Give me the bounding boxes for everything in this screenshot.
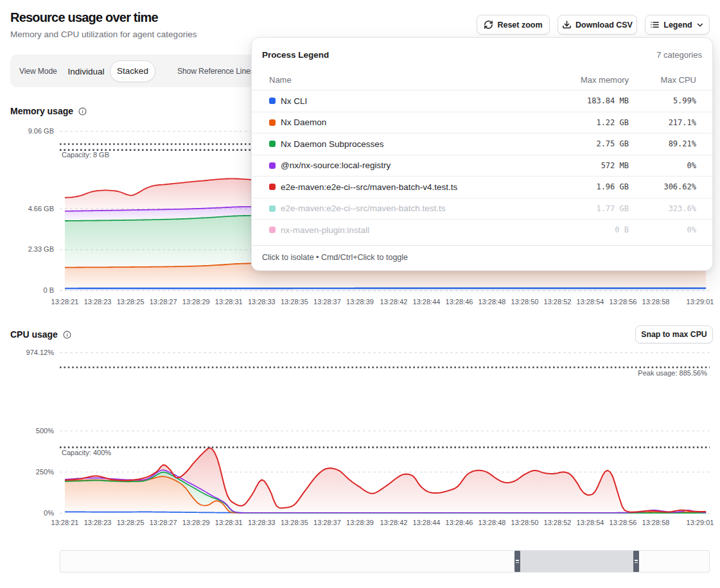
- legend-row[interactable]: Nx Daemon1.22 GB217.1%: [252, 112, 712, 134]
- series-name: Nx CLI: [281, 96, 307, 106]
- cpu-section-header: CPU usage: [10, 329, 71, 340]
- x-tick-label: 13:28:27: [150, 519, 177, 526]
- series-max-cpu: 89.21%: [629, 139, 696, 148]
- cpu-usage-title: CPU usage: [10, 329, 58, 340]
- series-max-cpu: 5.99%: [629, 96, 696, 105]
- y-tick-label: 974.12%: [26, 349, 55, 356]
- list-icon: [650, 20, 660, 30]
- page-title: Resource usage over time: [10, 10, 158, 25]
- x-tick-label: 13:28:35: [281, 519, 308, 526]
- show-reference-lines-label: Show Reference Lines: [177, 67, 254, 76]
- download-csv-button[interactable]: Download CSV: [558, 15, 637, 35]
- x-tick-label: 13:28:21: [51, 519, 79, 526]
- x-tick-label: 13:28:37: [313, 298, 341, 306]
- peak-label: Peak usage: 885.56%: [638, 369, 707, 377]
- chevron-down-icon: [696, 21, 705, 30]
- legend-row[interactable]: @nx/nx-source:local-registry572 MB0%: [252, 155, 712, 177]
- legend-col-memory: Max memory: [524, 75, 629, 85]
- top-actions: Reset zoom Download CSV Legend: [477, 15, 710, 35]
- cpu-line-1: [65, 512, 706, 513]
- info-icon[interactable]: [63, 331, 71, 339]
- legend-table-header: Name Max memory Max CPU: [252, 69, 712, 90]
- x-tick-label: 13:28:46: [446, 298, 473, 306]
- series-name: e2e-maven:e2e-ci--src/maven-batch-v4.tes…: [281, 182, 457, 192]
- x-tick-label: 13:28:25: [117, 519, 145, 526]
- x-tick-label: 13:28:44: [413, 519, 441, 526]
- brush-selection[interactable]: [520, 551, 633, 572]
- series-name: e2e-maven:e2e-ci--src/maven-batch.test.t…: [281, 203, 446, 213]
- legend-row[interactable]: Nx Daemon Subprocesses2.75 GB89.21%: [252, 133, 712, 155]
- view-mode-label: View Mode: [19, 67, 57, 76]
- x-tick-label: 13:28:44: [413, 298, 441, 306]
- series-max-cpu: 0%: [629, 225, 696, 234]
- x-tick-label: 13:28:33: [248, 519, 276, 526]
- memory-area-1: [65, 288, 706, 291]
- x-tick-label: 13:28:31: [215, 298, 243, 306]
- x-tick-label: 13:28:58: [642, 298, 670, 306]
- legend-row[interactable]: e2e-maven:e2e-ci--src/maven-batch.test.t…: [252, 198, 712, 220]
- x-tick-label: 13:28:56: [610, 519, 637, 526]
- series-max-memory: 183.84 MB: [524, 96, 629, 105]
- x-tick-label: 13:28:58: [642, 519, 670, 526]
- legend-col-cpu: Max CPU: [629, 75, 696, 85]
- legend-button[interactable]: Legend: [645, 15, 710, 35]
- download-csv-label: Download CSV: [575, 21, 633, 30]
- capacity-label: Capacity: 8 GB: [62, 151, 109, 159]
- x-tick-label: 13:28:27: [150, 298, 177, 306]
- x-tick-label: 13:28:46: [446, 519, 473, 526]
- series-name: Nx Daemon: [281, 117, 326, 127]
- series-color-dot: [269, 205, 276, 212]
- x-tick-label: 13:28:39: [346, 519, 374, 526]
- x-tick-label: 13:29:01: [687, 519, 714, 526]
- series-color-dot: [269, 227, 276, 233]
- process-legend-popup: Process Legend 7 categories Name Max mem…: [251, 37, 713, 271]
- y-tick-label: 0 B: [43, 286, 54, 294]
- series-max-memory: 1.22 GB: [524, 118, 629, 127]
- series-color-dot: [269, 141, 276, 147]
- snap-to-max-cpu-button[interactable]: Snap to max CPU: [635, 325, 713, 343]
- legend-popup-footer: Click to isolate • Cmd/Ctrl+Click to tog…: [252, 245, 712, 270]
- x-tick-label: 13:28:35: [281, 298, 308, 306]
- y-tick-label: 250%: [36, 468, 54, 476]
- legend-row[interactable]: nx-maven-plugin:install0 B0%: [252, 219, 712, 241]
- series-color-dot: [269, 98, 276, 104]
- brush-handle-left[interactable]: [514, 551, 520, 572]
- cpu-area-4: [65, 470, 706, 514]
- x-tick-label: 13:28:33: [248, 298, 276, 306]
- x-tick-label: 13:28:52: [544, 519, 572, 526]
- cpu-line-5: [65, 448, 706, 512]
- brush-handle-right[interactable]: [633, 551, 639, 572]
- view-mode-individual[interactable]: Individual: [63, 66, 109, 76]
- legend-popup-header: Process Legend 7 categories: [252, 38, 712, 69]
- cpu-line-4: [65, 470, 706, 513]
- x-tick-label: 13:28:54: [577, 519, 604, 526]
- series-max-memory: 0 B: [524, 225, 629, 234]
- time-range-brush[interactable]: [60, 550, 710, 573]
- y-tick-label: 0%: [44, 509, 54, 517]
- legend-row[interactable]: Nx CLI183.84 MB5.99%: [252, 90, 712, 112]
- x-tick-label: 13:28:21: [51, 298, 79, 306]
- legend-row[interactable]: e2e-maven:e2e-ci--src/maven-batch-v4.tes…: [252, 176, 712, 198]
- info-icon[interactable]: [78, 107, 87, 116]
- x-tick-label: 13:28:48: [479, 519, 506, 526]
- refresh-icon: [484, 20, 493, 30]
- reset-zoom-label: Reset zoom: [497, 21, 542, 30]
- series-max-memory: 2.75 GB: [524, 139, 629, 148]
- x-tick-label: 13:28:52: [544, 298, 572, 306]
- reset-zoom-button[interactable]: Reset zoom: [477, 15, 550, 35]
- x-tick-label: 13:28:23: [84, 298, 112, 306]
- x-tick-label: 13:28:50: [511, 519, 539, 526]
- legend-rows: Nx CLI183.84 MB5.99%Nx Daemon1.22 GB217.…: [252, 90, 712, 241]
- x-tick-label: 13:28:23: [84, 519, 112, 526]
- x-tick-label: 13:28:42: [380, 298, 408, 306]
- cpu-area-1: [65, 512, 706, 513]
- x-tick-label: 13:28:50: [511, 298, 539, 306]
- cpu-line-2: [65, 476, 706, 513]
- capacity-label: Capacity: 400%: [62, 449, 111, 456]
- view-mode-stacked[interactable]: Stacked: [110, 60, 155, 82]
- cpu-line-3: [65, 472, 706, 513]
- cpu-area-3: [65, 472, 706, 513]
- legend-popup-title: Process Legend: [262, 50, 329, 60]
- y-tick-label: 9.06 GB: [28, 127, 54, 135]
- x-tick-label: 13:28:48: [479, 298, 506, 306]
